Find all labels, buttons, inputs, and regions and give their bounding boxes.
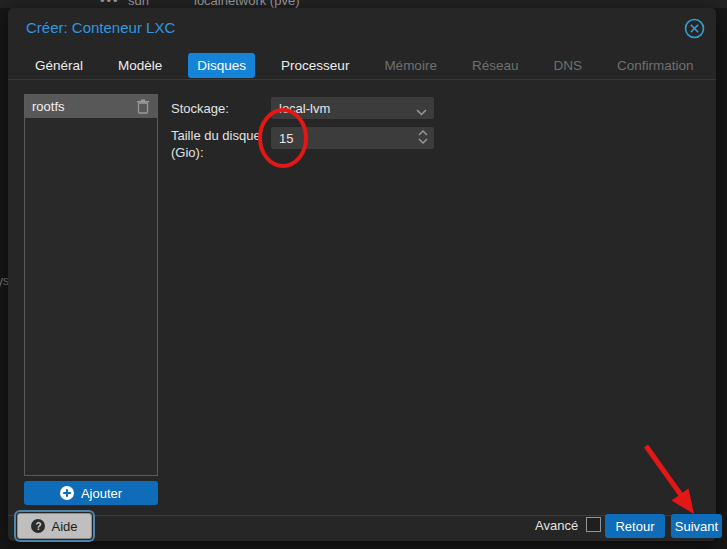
tab-dns: DNS — [544, 53, 591, 78]
help-label: Aide — [51, 519, 77, 534]
delete-disk-icon[interactable] — [136, 99, 150, 114]
plus-circle-icon — [60, 486, 74, 500]
background-tree-value: localnetwork (pve) — [194, 0, 300, 8]
storage-value: local-lvm — [279, 101, 330, 116]
background-tree-label: sdn — [128, 0, 149, 8]
add-disk-label: Ajouter — [81, 486, 122, 501]
disk-item-label: rootfs — [32, 99, 65, 114]
close-icon[interactable] — [684, 18, 705, 39]
add-disk-button[interactable]: Ajouter — [24, 481, 158, 505]
dialog-title: Créer: Conteneur LXC — [26, 19, 175, 36]
drag-handle-icon: ••• — [100, 0, 120, 8]
spinner-arrows-icon[interactable] — [418, 130, 428, 144]
tab-disques[interactable]: Disques — [188, 53, 255, 78]
tabbar-separator — [8, 79, 716, 80]
storage-select[interactable]: local-lvm — [271, 97, 434, 119]
chevron-down-icon — [416, 104, 427, 119]
next-button[interactable]: Suivant — [671, 514, 722, 538]
disk-size-value: 15 — [279, 131, 293, 146]
background-app-strip: ••• sdn localnetwork (pve) — [0, 0, 727, 8]
tab-reseau: Réseau — [463, 53, 528, 78]
wizard-tabbar: Général Modèle Disques Processeur Mémoir… — [26, 52, 698, 79]
advanced-checkbox[interactable] — [586, 517, 601, 532]
advanced-label: Avancé — [535, 518, 578, 533]
tab-confirmation: Confirmation — [608, 53, 703, 78]
tab-memoire: Mémoire — [375, 53, 446, 78]
disk-size-label-line2: (Gio): — [171, 145, 204, 160]
create-lxc-dialog: Créer: Conteneur LXC Général Modèle Disq… — [8, 8, 716, 541]
tab-general[interactable]: Général — [26, 53, 92, 78]
background-left-fragment: ys — [0, 274, 8, 288]
tab-modele[interactable]: Modèle — [109, 53, 171, 78]
disk-list-item-rootfs[interactable]: rootfs — [25, 95, 157, 118]
tab-processeur[interactable]: Processeur — [272, 53, 358, 78]
help-button[interactable]: ? Aide — [17, 513, 92, 539]
disk-size-label-line1: Taille du disque — [171, 128, 261, 143]
question-mark-icon: ? — [31, 519, 45, 533]
disk-size-input[interactable]: 15 — [271, 127, 434, 149]
storage-label: Stockage: — [171, 100, 229, 117]
back-button[interactable]: Retour — [605, 514, 665, 538]
disk-size-label: Taille du disque (Gio): — [171, 127, 271, 161]
disk-list-panel: rootfs — [24, 94, 158, 476]
